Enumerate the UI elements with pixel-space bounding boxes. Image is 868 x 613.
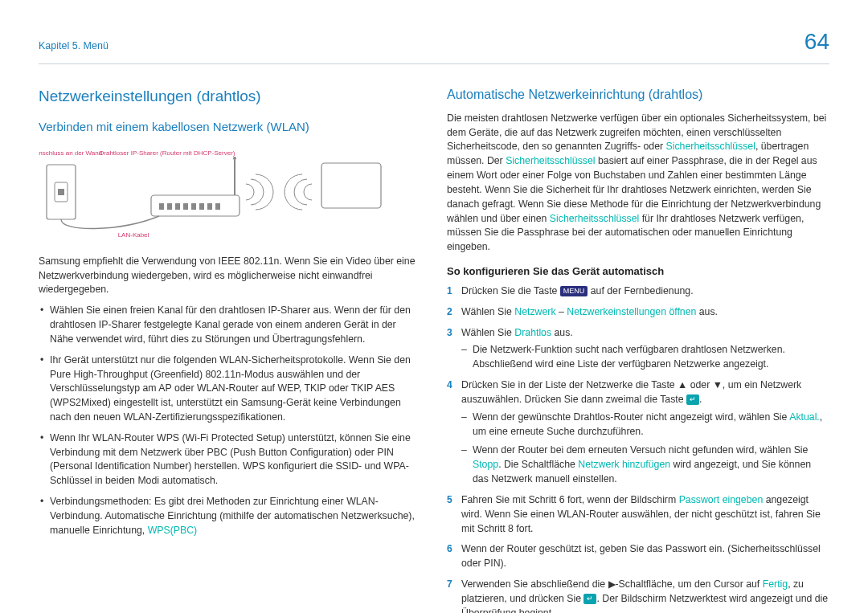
- section-title: Netzwerkeinstellungen (drahtlos): [39, 85, 421, 108]
- intro-paragraph: Samsung empfiehlt die Verwendung von IEE…: [39, 255, 421, 297]
- step-1: 1 Drücken Sie die Taste MENU auf der Fer…: [447, 284, 829, 299]
- step-4: 4 Drücken Sie in der Liste der Netzwerke…: [447, 378, 829, 487]
- step-5: 5 Fahren Sie mit Schritt 6 fort, wenn de…: [447, 493, 829, 536]
- step-6: 6 Wenn der Router geschützt ist, geben S…: [447, 542, 829, 571]
- page-number: 64: [805, 26, 829, 59]
- svg-point-5: [233, 157, 236, 160]
- header-rule: [39, 63, 829, 64]
- diagram-label-lan-wall: LAN-Anschluss an der Wand: [39, 149, 102, 157]
- subsection-title: Verbinden mit einem kabellosen Netzwerk …: [39, 118, 421, 136]
- svg-rect-2: [58, 189, 64, 195]
- step-4-note-b: Wenn der Router bei dem erneuten Versuch…: [461, 443, 829, 486]
- network-diagram: LAN-Anschluss an der Wand Drahtloser IP-…: [39, 144, 421, 245]
- svg-rect-14: [321, 163, 381, 208]
- step-3: 3 Wählen Sie Drahtlos aus. Die Netzwerk-…: [447, 326, 829, 372]
- step-4-note-a: Wenn der gewünschte Drahtlos-Router nich…: [461, 411, 829, 439]
- chapter-label: Kapitel 5. Menü: [39, 39, 108, 53]
- howto-steps: 1 Drücken Sie die Taste MENU auf der Fer…: [447, 284, 829, 613]
- svg-rect-13: [215, 203, 220, 210]
- svg-rect-9: [183, 203, 188, 210]
- svg-rect-8: [175, 203, 180, 210]
- svg-rect-10: [191, 203, 196, 210]
- svg-rect-6: [159, 203, 164, 210]
- list-item: Verbindungsmethoden: Es gibt drei Method…: [39, 495, 421, 537]
- svg-rect-11: [199, 203, 204, 210]
- svg-rect-12: [207, 203, 212, 210]
- right-column: Automatische Netzwerkeinrichtung (drahtl…: [447, 79, 829, 613]
- list-item: Ihr Gerät unterstützt nur die folgenden …: [39, 353, 421, 425]
- svg-rect-7: [167, 203, 172, 210]
- step-2: 2 Wählen Sie Netzwerk – Netzwerkeinstell…: [447, 305, 829, 320]
- list-item: Wählen Sie einen freien Kanal für den dr…: [39, 304, 421, 346]
- wps-pbc-term: WPS(PBC): [148, 525, 198, 536]
- auto-setup-title: Automatische Netzwerkeinrichtung (drahtl…: [447, 85, 829, 104]
- step-3-note: Die Netzwerk-Funktion sucht nach verfügb…: [461, 343, 829, 372]
- howto-title: So konfigurieren Sie das Gerät automatis…: [447, 264, 829, 280]
- info-bullet-list: Wählen Sie einen freien Kanal für den dr…: [39, 304, 421, 537]
- menu-button-icon: MENU: [560, 286, 588, 296]
- auto-setup-paragraph: Die meisten drahtlosen Netzwerke verfüge…: [447, 112, 829, 255]
- diagram-label-lan-cable: LAN-Kabel: [118, 231, 149, 239]
- left-column: Netzwerkeinstellungen (drahtlos) Verbind…: [39, 79, 421, 613]
- diagram-label-ip-sharer: Drahtloser IP-Sharer (Router mit DHCP-Se…: [100, 149, 235, 157]
- list-item: Wenn Ihr WLAN-Router WPS (Wi-Fi Protecte…: [39, 431, 421, 488]
- step-7: 7 Verwenden Sie abschließend die ▶-Schal…: [447, 578, 829, 613]
- enter-button-icon: ↵: [686, 394, 699, 405]
- enter-button-icon: ↵: [583, 594, 596, 604]
